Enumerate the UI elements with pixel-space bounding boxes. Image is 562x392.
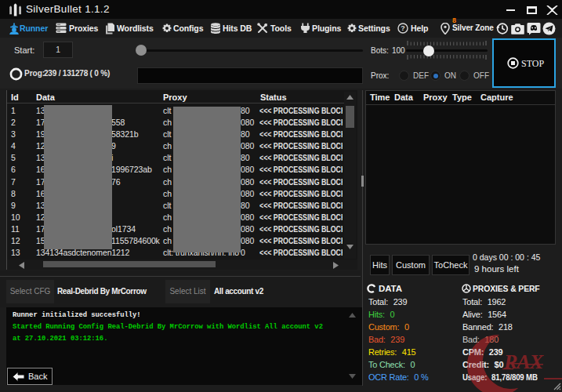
- svg-text:RAX: RAX: [503, 350, 544, 373]
- svg-text:RAX: RAX: [503, 350, 544, 373]
- svg-text:?: ?: [401, 24, 405, 32]
